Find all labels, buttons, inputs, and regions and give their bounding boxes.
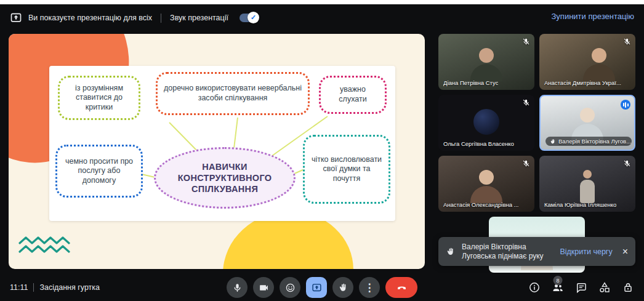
stop-presentation-button[interactable]: Зупинити презентацію (552, 12, 634, 21)
mindmap-node-nonverbal: доречно використовувати невербальні засо… (156, 72, 310, 115)
lock-icon (622, 281, 634, 294)
participant-video (571, 108, 603, 141)
call-controls: ⋮ (227, 277, 417, 298)
raised-hand-icon (550, 138, 556, 145)
participant-tile[interactable]: Анастасія Дмитрівна Украї... (539, 34, 635, 90)
mindmap-node-listen: уважно слухати (319, 76, 387, 114)
side-panel-controls: 8 (528, 281, 634, 294)
end-call-button[interactable] (385, 277, 417, 298)
mindmap-node-criticism: із розумінням ставитися до критики (58, 76, 140, 120)
smiley-icon (285, 283, 296, 293)
mic-muted-icon (522, 159, 530, 167)
participant-name: Діана Петрівна Стус (443, 79, 498, 86)
toast-message: Валерія Вікторівна Луговська піднімає ру… (462, 243, 553, 261)
presented-slide: із розумінням ставитися до критики дореч… (9, 34, 425, 269)
presenting-icon (10, 12, 22, 24)
raised-hand-icon (446, 247, 456, 257)
participant-tile[interactable]: Каміла Юріївна Ілляшенко (539, 156, 635, 212)
presentation-sound-toggle[interactable]: ✓ (239, 14, 258, 22)
phone-down-icon (396, 283, 407, 293)
mic-icon (232, 283, 243, 293)
chat-button[interactable] (575, 281, 587, 294)
raise-hand-button[interactable] (332, 277, 353, 298)
presentation-status-bar: Ви показуєте презентацію для всіх Звук п… (10, 10, 258, 26)
participant-tile[interactable]: Анастасія Олександрівна ... (438, 156, 534, 212)
participant-video (583, 48, 615, 81)
mic-muted-icon (522, 38, 530, 46)
participant-video (470, 170, 502, 203)
meeting-info: 11:11 Засідання гуртка (10, 283, 100, 292)
avatar (473, 108, 499, 134)
participant-tile[interactable]: Ольга Сергіївна Власенко (438, 95, 534, 151)
participant-tile[interactable]: Діана Петрівна Стус (438, 34, 534, 90)
participant-name: Анастасія Дмитрівна Украї... (544, 79, 621, 86)
mindmap-card: із розумінням ставитися до критики дореч… (49, 66, 395, 221)
participant-name: Ольга Сергіївна Власенко (443, 140, 514, 147)
topbar-divider (161, 14, 161, 23)
shapes-icon (598, 281, 611, 294)
participant-name: Каміла Юріївна Ілляшенко (544, 201, 616, 208)
microphone-button[interactable] (227, 277, 248, 298)
participants-count-badge: 8 (553, 276, 563, 285)
info-icon (528, 281, 541, 294)
participant-video (470, 48, 502, 81)
mic-muted-icon (623, 159, 631, 167)
chat-icon (575, 281, 587, 294)
raised-hand-toast: Валерія Вікторівна Луговська піднімає ру… (438, 237, 635, 266)
mic-muted-icon (522, 98, 530, 106)
mindmap-center-topic: НАВИЧКИ КОНСТРУКТИВНОГО СПІЛКУВАННЯ (154, 147, 296, 209)
call-control-bar: 11:11 Засідання гуртка ⋮ 8 (0, 274, 644, 301)
presenting-label: Ви показуєте презентацію для всіх (28, 14, 152, 22)
more-options-button[interactable]: ⋮ (359, 277, 380, 298)
meet-call-window: Ви показуєте презентацію для всіх Звук п… (0, 4, 644, 301)
meeting-details-button[interactable] (528, 281, 541, 294)
participant-video (580, 170, 595, 203)
mindmap-node-express: чітко висловлювати свої думки та почуття (303, 135, 390, 204)
audio-speaking-indicator (621, 100, 630, 110)
participant-name: Анастасія Олександрівна ... (443, 201, 519, 208)
participant-name-with-hand: Валерія Вікторівна Лугов... (545, 137, 632, 146)
mic-muted-icon (623, 38, 631, 46)
slide-squiggle-decoration (18, 235, 70, 257)
camera-icon (259, 283, 269, 293)
open-queue-button[interactable]: Відкрити чергу (560, 247, 612, 256)
participant-tile-active-speaker[interactable]: Валерія Вікторівна Лугов... (539, 95, 635, 151)
presentation-sound-label: Звук презентації (170, 14, 228, 22)
close-icon[interactable]: × (622, 246, 628, 257)
present-icon (312, 283, 322, 293)
toggle-check-icon: ✓ (248, 12, 259, 23)
activities-button[interactable] (598, 281, 611, 294)
reactions-button[interactable] (280, 277, 300, 298)
present-screen-button-active[interactable] (306, 277, 327, 298)
meeting-name: Засідання гуртка (39, 283, 100, 292)
hand-icon (338, 283, 348, 293)
host-controls-button[interactable] (622, 281, 634, 294)
mindmap-node-ask-polite: чемно просити про послугу або допомогу (55, 145, 143, 198)
info-divider (33, 283, 34, 292)
camera-button[interactable] (253, 277, 274, 298)
clock-time: 11:11 (10, 283, 28, 292)
participants-button[interactable]: 8 (552, 281, 564, 294)
